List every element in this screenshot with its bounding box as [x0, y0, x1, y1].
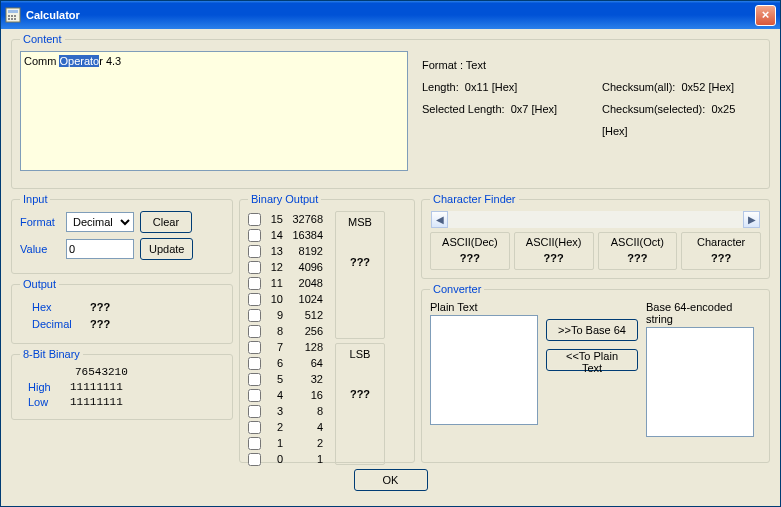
svg-rect-7	[14, 18, 16, 20]
sel-length-label: Selected Length:	[422, 103, 505, 115]
content-text-after: r 4.3	[99, 55, 121, 67]
bit-checkbox[interactable]	[248, 437, 261, 450]
base64-input[interactable]	[646, 327, 754, 437]
lsb-box: LSB ???	[335, 343, 385, 465]
input-group: Input Format Decimal Clear Value Update	[11, 193, 233, 274]
bit-checkbox[interactable]	[248, 325, 261, 338]
cf-label: ASCII(Hex)	[517, 236, 591, 248]
converter-group: Converter Plain Text >>To Base 64 <<To P…	[421, 283, 770, 463]
cf-value: ???	[517, 252, 591, 264]
bit-checkbox[interactable]	[248, 309, 261, 322]
bit-checkbox[interactable]	[248, 213, 261, 226]
window-title: Calculator	[26, 9, 80, 21]
charfinder-cell: Character???	[681, 232, 761, 270]
cf-label: ASCII(Dec)	[433, 236, 507, 248]
close-button[interactable]: ×	[755, 5, 776, 26]
cf-label: Character	[684, 236, 758, 248]
bit-value: 32768	[287, 213, 327, 225]
charfinder-cell: ASCII(Oct)???	[598, 232, 678, 270]
bit-number: 11	[265, 277, 283, 289]
low-label: Low	[20, 396, 70, 408]
checksum-all-label: Checksum(all):	[602, 81, 675, 93]
format-select[interactable]: Decimal	[66, 212, 134, 232]
bit-value: 256	[287, 325, 327, 337]
msb-label: MSB	[340, 216, 380, 228]
bit-row: 01	[248, 451, 327, 467]
bit-value: 1024	[287, 293, 327, 305]
bit-checkbox[interactable]	[248, 245, 261, 258]
bit-checkbox[interactable]	[248, 373, 261, 386]
bit-checkbox[interactable]	[248, 357, 261, 370]
content-info: Format : Text Length: 0x11 [Hex] Checksu…	[422, 51, 761, 180]
bit-row: 12	[248, 435, 327, 451]
content-textarea[interactable]: Comm Operator 4.3	[20, 51, 408, 171]
ok-button[interactable]: OK	[354, 469, 428, 491]
footer: OK	[11, 469, 770, 491]
svg-rect-6	[11, 18, 13, 20]
bit-row: 1532768	[248, 211, 327, 227]
cf-value: ???	[433, 252, 507, 264]
bit-number: 2	[265, 421, 283, 433]
bit-row: 138192	[248, 243, 327, 259]
bit-row: 9512	[248, 307, 327, 323]
bit-checkbox[interactable]	[248, 261, 261, 274]
bit-number: 1	[265, 437, 283, 449]
value-input[interactable]	[66, 239, 134, 259]
high-value: 11111111	[70, 381, 123, 393]
svg-rect-3	[11, 15, 13, 17]
bit-value: 4096	[287, 261, 327, 273]
bit-checkbox[interactable]	[248, 421, 261, 434]
dec-label: Decimal	[20, 318, 90, 330]
cf-value: ???	[601, 252, 675, 264]
cf-value: ???	[684, 252, 758, 264]
bit-checkbox[interactable]	[248, 341, 261, 354]
msb-box: MSB ???	[335, 211, 385, 339]
bit-row: 24	[248, 419, 327, 435]
binout-legend: Binary Output	[248, 193, 321, 205]
bit8-legend: 8-Bit Binary	[20, 348, 83, 360]
bit-checkbox[interactable]	[248, 405, 261, 418]
charfinder-cells: ASCII(Dec)???ASCII(Hex)???ASCII(Oct)???C…	[430, 232, 761, 270]
char-scrollbar[interactable]: ◀ ▶	[430, 211, 761, 228]
clear-button[interactable]: Clear	[140, 211, 192, 233]
bit-checkbox[interactable]	[248, 229, 261, 242]
bit-number: 5	[265, 373, 283, 385]
bit-number: 4	[265, 389, 283, 401]
update-button[interactable]: Update	[140, 238, 193, 260]
format-label: Format	[20, 216, 60, 228]
format-label: Format :	[422, 59, 466, 71]
bit-row: 1416384	[248, 227, 327, 243]
bit-row: 416	[248, 387, 327, 403]
bit-checkbox[interactable]	[248, 453, 261, 466]
sel-length-value: 0x7 [Hex]	[511, 103, 557, 115]
format-value: Text	[466, 59, 486, 71]
plain-text-input[interactable]	[430, 315, 538, 425]
bits-column: 1532768141638413819212409611204810102495…	[248, 211, 327, 467]
output-legend: Output	[20, 278, 59, 290]
bit-value: 128	[287, 341, 327, 353]
bit-number: 6	[265, 357, 283, 369]
bit-value: 8	[287, 405, 327, 417]
lsb-label: LSB	[340, 348, 380, 360]
bit-row: 38	[248, 403, 327, 419]
content-legend: Content	[20, 33, 65, 45]
content-text-before: Comm	[24, 55, 59, 67]
bit-checkbox[interactable]	[248, 277, 261, 290]
content-text-selected: Operato	[59, 55, 99, 67]
charfinder-group: Character Finder ◀ ▶ ASCII(Dec)???ASCII(…	[421, 193, 770, 279]
scroll-left-button[interactable]: ◀	[431, 211, 448, 228]
bit-number: 8	[265, 325, 283, 337]
bit-value: 16	[287, 389, 327, 401]
bit-checkbox[interactable]	[248, 293, 261, 306]
checksum-sel-label: Checksum(selected):	[602, 103, 705, 115]
to-plain-button[interactable]: <<To Plain Text	[546, 349, 638, 371]
svg-rect-2	[8, 15, 10, 17]
to-base64-button[interactable]: >>To Base 64	[546, 319, 638, 341]
bit-checkbox[interactable]	[248, 389, 261, 402]
svg-rect-5	[8, 18, 10, 20]
bit-number: 12	[265, 261, 283, 273]
bit-row: 8256	[248, 323, 327, 339]
scroll-track[interactable]	[448, 211, 743, 228]
titlebar[interactable]: Calculator ×	[1, 1, 780, 29]
scroll-right-button[interactable]: ▶	[743, 211, 760, 228]
